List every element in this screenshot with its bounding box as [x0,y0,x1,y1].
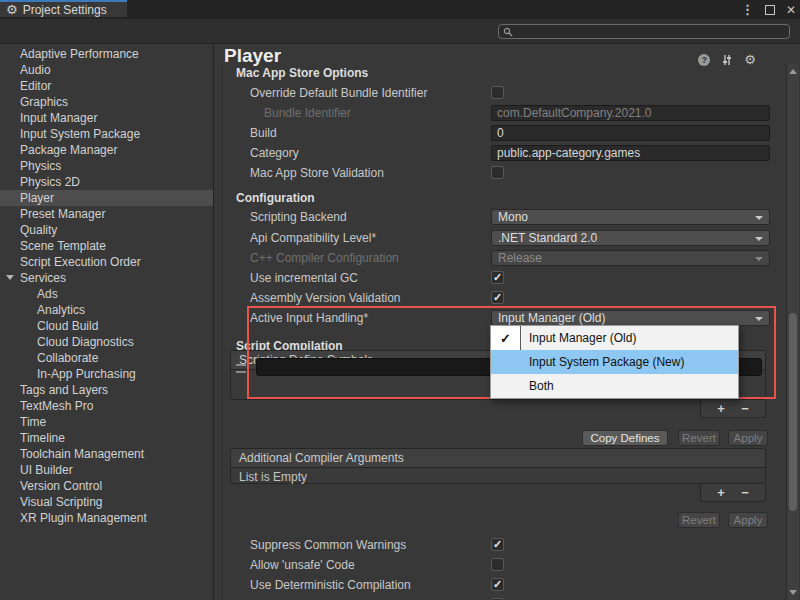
revert-button[interactable]: Revert [678,512,720,528]
tab-project-settings[interactable]: ⚙ Project Settings [0,0,127,17]
player-settings-panel: Player ? ⚙ Mac App Store Options Overrid… [214,44,800,600]
sidebar-item[interactable]: Input Manager [0,110,213,126]
sidebar-item-label: Visual Scripting [20,495,103,509]
build-field[interactable]: 0 [491,125,770,141]
tab-title: Project Settings [23,3,107,17]
apply-button[interactable]: Apply [728,512,768,528]
additional-compiler-arguments-header: Additional Compiler Arguments [231,449,765,468]
compiler-arguments-list-footer: + − [700,484,766,502]
apply-button[interactable]: Apply [728,430,768,446]
sidebar-item[interactable]: TextMesh Pro [0,398,213,414]
settings-gear-icon[interactable]: ⚙ [744,53,756,66]
scroll-up-icon[interactable] [789,69,797,74]
assembly-version-validation-checkbox[interactable]: ✓ [491,291,504,304]
api-compatibility-dropdown[interactable]: .NET Standard 2.0 [491,230,770,246]
menu-item[interactable]: ✓ Both [491,374,738,398]
active-input-handling-dropdown[interactable]: Input Manager (Old) [491,310,770,326]
close-icon[interactable]: ✕ [786,3,796,17]
page-title: Player [224,45,281,67]
sidebar-item[interactable]: Timeline [0,430,213,446]
active-input-handling-menu: ✓ Input Manager (Old) ✓ Input System Pac… [490,325,739,399]
remove-button[interactable]: − [741,486,749,499]
maximize-icon[interactable] [765,5,775,15]
sidebar-item[interactable]: Graphics [0,94,213,110]
window-titlebar: ⚙ Project Settings ⋮ ✕ [0,0,800,19]
sidebar-item[interactable]: Script Execution Order [0,254,213,270]
row-suppress-common-warnings: Suppress Common Warnings ✓ [214,536,784,554]
sidebar-item[interactable]: Ads [0,286,213,302]
scripting-backend-dropdown[interactable]: Mono [491,209,770,225]
add-button[interactable]: + [717,402,725,415]
sidebar-item[interactable]: Cloud Build [0,318,213,334]
bundle-identifier-field[interactable]: com.DefaultCompany.2021.0 [491,105,770,121]
sidebar-item[interactable]: Tags and Layers [0,382,213,398]
sidebar-item[interactable]: Analytics [0,302,213,318]
section-mac-app-store: Mac App Store Options [236,65,368,81]
check-icon: ✓ [500,331,511,346]
sidebar-item-label: Toolchain Management [20,447,144,461]
sidebar-item[interactable]: Visual Scripting [0,494,213,510]
sidebar-item[interactable]: XR Plugin Management [0,510,213,526]
sidebar-item[interactable]: Services [0,270,213,286]
scroll-down-icon[interactable] [789,590,797,595]
foldout-triangle-icon[interactable] [6,275,14,280]
sidebar-item[interactable]: Cloud Diagnostics [0,334,213,350]
category-field[interactable]: public.app-category.games [491,145,770,161]
sidebar-item[interactable]: Audio [0,62,213,78]
define-symbols-list-footer: + − [700,400,766,418]
sidebar-item-label: Tags and Layers [20,383,108,397]
sidebar-item[interactable]: Quality [0,222,213,238]
sidebar-item[interactable]: Physics 2D [0,174,213,190]
row-api-compatibility: Api Compatibility Level* .NET Standard 2… [214,229,784,247]
sidebar-item[interactable]: UI Builder [0,462,213,478]
sidebar-item[interactable]: Version Control [0,478,213,494]
use-incremental-gc-checkbox[interactable]: ✓ [491,271,504,284]
presets-icon[interactable] [721,54,733,66]
add-button[interactable]: + [717,486,725,499]
sidebar-item[interactable]: Time [0,414,213,430]
revert-button[interactable]: Revert [678,430,720,446]
sidebar-item-label: Adaptive Performance [20,47,139,61]
sidebar-item[interactable]: Scene Template [0,238,213,254]
scrollbar-thumb[interactable] [789,313,797,511]
row-build: Build 0 [214,124,784,142]
row-partial [214,596,784,600]
mac-app-store-validation-checkbox[interactable]: ✓ [491,166,504,179]
remove-button[interactable]: − [741,402,749,415]
sidebar-item-label: Graphics [20,95,68,109]
sidebar-item[interactable]: Package Manager [0,142,213,158]
sidebar-item[interactable]: Player [0,190,213,206]
help-icon[interactable]: ? [698,54,710,66]
check-icon: ✓ [493,292,503,303]
allow-unsafe-code-checkbox[interactable]: ✓ [491,558,504,571]
vertical-scrollbar[interactable] [786,64,799,600]
suppress-common-warnings-checkbox[interactable]: ✓ [491,538,504,551]
sidebar-item[interactable]: Input System Package [0,126,213,142]
window-menu-icon[interactable]: ⋮ [741,2,754,17]
use-deterministic-compilation-checkbox[interactable]: ✓ [491,578,504,591]
sidebar-item[interactable]: Adaptive Performance [0,46,213,62]
row-assembly-version-validation: Assembly Version Validation ✓ [214,289,784,307]
sidebar-item[interactable]: Editor [0,78,213,94]
sidebar-item[interactable]: Preset Manager [0,206,213,222]
sidebar-item-label: Time [20,415,46,429]
override-bundle-identifier-checkbox[interactable]: ✓ [491,86,504,99]
settings-sidebar: Adaptive Performance Audio Editor Graphi… [0,44,214,600]
sidebar-item-label: Audio [20,63,51,77]
sidebar-item-label: Physics [20,159,61,173]
search-input[interactable] [513,25,777,39]
sidebar-item[interactable]: Collaborate [0,350,213,366]
sidebar-item-label: Player [20,191,54,205]
search-box[interactable] [498,24,790,39]
row-use-incremental-gc: Use incremental GC ✓ [214,269,784,287]
copy-defines-button[interactable]: Copy Defines [582,430,668,446]
list-empty-label: List is Empty [231,468,765,485]
drag-handle-icon[interactable] [236,364,246,373]
sidebar-item[interactable]: Physics [0,158,213,174]
sidebar-item[interactable]: In-App Purchasing [0,366,213,382]
menu-item[interactable]: ✓ Input System Package (New) [491,350,738,374]
menu-check-gutter: ✓ [491,374,521,398]
sidebar-item[interactable]: Toolchain Management [0,446,213,462]
menu-item[interactable]: ✓ Input Manager (Old) [491,326,738,350]
sidebar-item-label: Services [20,271,66,285]
